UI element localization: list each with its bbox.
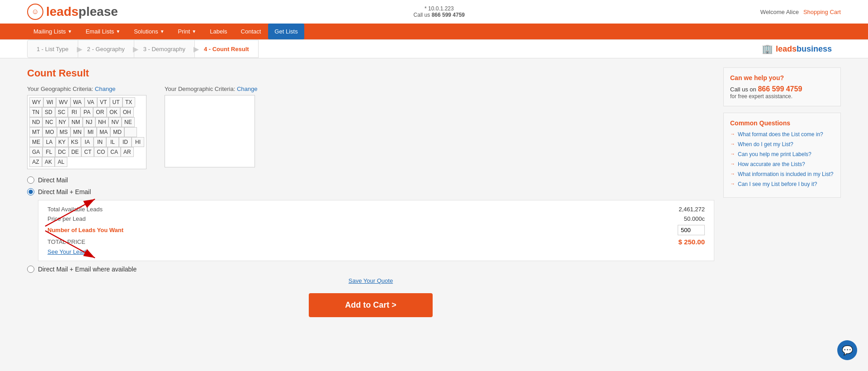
demo-change-link[interactable]: Change	[237, 86, 258, 92]
welcome-text: Welcome Alice	[760, 9, 799, 15]
nav-email-lists[interactable]: Email Lists ▼	[79, 24, 127, 39]
geo-criteria: Your Geographic Criteria: Change WY WI W…	[27, 86, 146, 169]
state-empty	[124, 127, 137, 137]
state-KY: KY	[56, 137, 68, 147]
nav-solutions[interactable]: Solutions ▼	[127, 24, 170, 39]
header-right: Welcome Alice Shopping Cart	[760, 9, 841, 15]
breadcrumb-brand-logo: 🏢 leadsbusiness	[753, 40, 841, 58]
help-subtitle: for free expert assistance.	[730, 93, 834, 100]
breadcrumb-bar: 1 - List Type 2 - Geography 3 - Demograp…	[0, 40, 868, 58]
chevron-down-icon: ▼	[160, 29, 165, 34]
state-MN: MN	[71, 127, 85, 137]
direct-mail-radio[interactable]	[27, 176, 34, 184]
state-OH: OH	[120, 107, 134, 117]
help-call: Call us on 866 599 4759	[730, 85, 834, 93]
price-per-lead-label: Price per Lead	[47, 215, 86, 222]
state-MS: MS	[57, 127, 71, 137]
help-phone: 866 599 4759	[758, 85, 802, 93]
total-price-value: $ 250.00	[679, 238, 705, 246]
header-phone: 866 599 4759	[432, 12, 465, 18]
right-panel: Can we help you? Call us on 866 599 4759…	[723, 67, 841, 317]
questions-box: Common Questions → What format does the …	[723, 113, 841, 198]
arrow-icon: →	[730, 151, 735, 157]
breadcrumb-step-3[interactable]: 3 - Demography	[134, 40, 195, 58]
nav-get-lists[interactable]: Get Lists	[268, 24, 304, 39]
call-label: Call us 866 599 4759	[414, 12, 465, 18]
state-CA: CA	[108, 147, 121, 157]
state-SD: SD	[42, 107, 55, 117]
state-MO: MO	[42, 127, 57, 137]
state-IN: IN	[94, 137, 106, 147]
state-IA: IA	[81, 137, 94, 147]
states-row: TN SD SC RI PA OR OK OH	[29, 107, 144, 117]
state-NC: NC	[42, 117, 56, 127]
state-LA: LA	[43, 137, 56, 147]
see-leads-link[interactable]: See Your Leads	[47, 248, 89, 255]
main-content: Count Result Your Geographic Criteria: C…	[0, 58, 868, 326]
state-IL: IL	[106, 137, 119, 147]
state-NM: NM	[69, 117, 83, 127]
direct-mail-email-where-radio[interactable]	[27, 266, 34, 273]
breadcrumb-step-4[interactable]: 4 - Count Result	[195, 40, 259, 58]
state-AK: AK	[42, 157, 55, 167]
question-6[interactable]: → Can I see my List before I buy it?	[730, 181, 834, 187]
building-icon: 🏢	[762, 43, 773, 54]
shopping-cart-link[interactable]: Shopping Cart	[803, 9, 841, 15]
direct-mail-label: Direct Mail	[38, 176, 68, 184]
state-OR: OR	[93, 107, 107, 117]
total-price-row: TOTAL PRICE $ 250.00	[47, 238, 705, 246]
state-MT: MT	[29, 127, 42, 137]
option-detail-box: Total Available Leads 2,461,272 Price pe…	[38, 200, 714, 261]
state-SC: SC	[55, 107, 68, 117]
question-2[interactable]: → When do I get my List?	[730, 141, 834, 147]
direct-mail-email-where-label: Direct Mail + Email where available	[38, 266, 137, 273]
state-ID: ID	[119, 137, 132, 147]
question-1[interactable]: → What format does the List come in?	[730, 131, 834, 138]
demo-criteria-label: Your Demographic Criteria: Change	[165, 86, 257, 92]
logo[interactable]: ☺ leadsplease	[27, 4, 118, 20]
geo-change-link[interactable]: Change	[95, 86, 116, 92]
help-title: Can we help you?	[730, 74, 834, 81]
direct-mail-email-where-option: Direct Mail + Email where available	[27, 266, 714, 273]
header: ☺ leadsplease * 10.0.1.223 Call us 866 5…	[0, 0, 868, 40]
add-to-cart-button[interactable]: Add to Cart >	[309, 293, 433, 317]
question-3[interactable]: → Can you help me print Labels?	[730, 151, 834, 157]
criteria-section: Your Geographic Criteria: Change WY WI W…	[27, 86, 714, 169]
state-HI: HI	[132, 137, 144, 147]
state-GA: GA	[29, 147, 42, 157]
states-row: ND NC NY NM NJ NH NV NE	[29, 117, 144, 127]
nav-labels[interactable]: Labels	[203, 24, 233, 39]
direct-mail-email-label: Direct Mail + Email	[38, 188, 91, 195]
state-TN: TN	[29, 107, 42, 117]
direct-mail-option: Direct Mail	[27, 176, 714, 184]
question-5[interactable]: → What information is included in my Lis…	[730, 171, 834, 177]
breadcrumb-steps: 1 - List Type 2 - Geography 3 - Demograp…	[27, 40, 259, 58]
direct-mail-email-option: Direct Mail + Email	[27, 188, 714, 195]
arrow-icon: →	[730, 141, 735, 147]
state-CT: CT	[81, 147, 94, 157]
states-row: GA FL DC DE CT CO CA AR	[29, 147, 144, 157]
state-ME: ME	[29, 137, 43, 147]
chevron-down-icon: ▼	[192, 29, 196, 34]
nav-contact[interactable]: Contact	[235, 24, 268, 39]
direct-mail-email-radio[interactable]	[27, 188, 34, 195]
states-row: AZ AK AL	[29, 157, 144, 167]
save-quote-link[interactable]: Save Your Quote	[349, 277, 393, 284]
total-available-value: 2,461,272	[679, 206, 705, 213]
help-box: Can we help you? Call us on 866 599 4759…	[723, 67, 841, 106]
geo-criteria-label: Your Geographic Criteria: Change	[27, 86, 146, 92]
nav-mailing-lists[interactable]: Mailing Lists ▼	[27, 24, 78, 39]
question-4[interactable]: → How accurate are the Lists?	[730, 161, 834, 167]
state-CO: CO	[94, 147, 108, 157]
left-panel: Count Result Your Geographic Criteria: C…	[27, 67, 714, 317]
state-NE: NE	[122, 117, 135, 127]
breadcrumb-step-2[interactable]: 2 - Geography	[78, 40, 134, 58]
state-AL: AL	[55, 157, 67, 167]
arrow-icon: →	[730, 181, 735, 186]
num-leads-input[interactable]	[678, 225, 705, 235]
chevron-down-icon: ▼	[116, 29, 120, 34]
ip-address: * 10.0.1.223	[414, 5, 465, 12]
breadcrumb-step-1[interactable]: 1 - List Type	[27, 40, 78, 58]
nav-print[interactable]: Print ▼	[172, 24, 203, 39]
state-WI: WI	[43, 97, 56, 107]
